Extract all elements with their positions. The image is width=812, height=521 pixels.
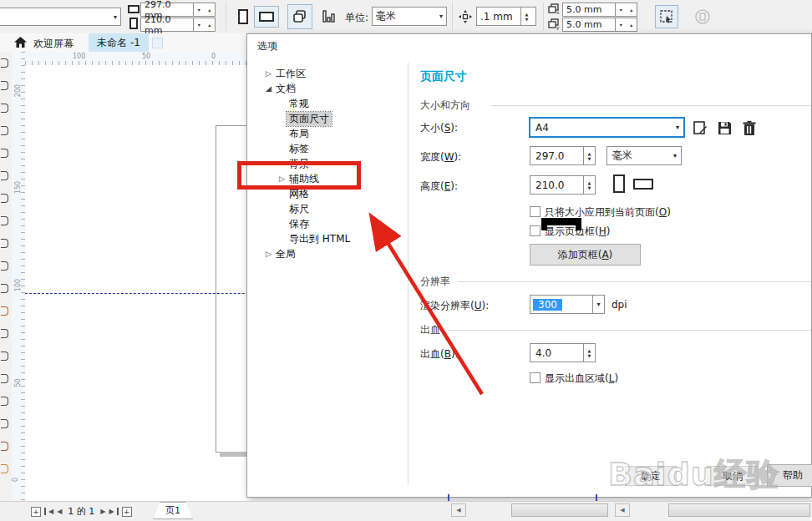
next-page-icon[interactable]: ▶ — [100, 508, 105, 515]
tab-welcome[interactable] — [13, 36, 28, 49]
scroll-left-button[interactable]: ◀ — [451, 503, 466, 517]
tool-icon[interactable] — [1, 104, 8, 113]
bleed-spinner[interactable]: ▲▼ — [583, 344, 595, 362]
tree-item-rulers[interactable]: 标尺 — [289, 201, 309, 216]
tree-item-global[interactable]: ▷ 全局 — [266, 246, 296, 261]
tool-icon[interactable] — [1, 81, 8, 90]
tool-icon[interactable] — [1, 374, 8, 383]
width-field[interactable]: 297.0 ▲▼ — [530, 146, 596, 165]
nudge-distance-field[interactable]: .1 mm ▲▼ — [476, 7, 536, 26]
annotation-arrow — [355, 200, 497, 405]
scroll-left-button-2[interactable]: ◀ — [615, 503, 630, 517]
tool-icon[interactable] — [1, 284, 8, 293]
tool-icon[interactable] — [1, 397, 8, 406]
tool-icon[interactable] — [1, 126, 8, 135]
page-height-value: 210.0 mm — [145, 14, 190, 36]
tree-collapsed-icon[interactable]: ▷ — [266, 69, 272, 78]
page-height-field[interactable]: 210.0 mm — [140, 18, 194, 32]
ok-button[interactable]: 确定 — [625, 466, 677, 486]
tree-item-general[interactable]: 常规 — [289, 96, 309, 111]
group-line — [491, 105, 811, 106]
paper-type-combobox[interactable]: ▾ — [0, 8, 121, 26]
tree-item-label[interactable]: 标签 — [289, 141, 309, 156]
vertical-ruler[interactable]: 200 150 100 50 0 — [12, 52, 26, 501]
units-combobox[interactable]: 毫米 ▾ — [372, 7, 447, 26]
nudge-value: .1 mm — [480, 11, 513, 23]
width-spinner[interactable]: ▲▼ — [583, 147, 595, 164]
page-width-spinner[interactable]: ▾▴ — [194, 3, 216, 17]
tool-icon[interactable] — [1, 58, 8, 68]
group-line — [458, 281, 811, 282]
hruler-label: 0 — [211, 53, 216, 60]
units-value: 毫米 — [376, 9, 396, 23]
treat-as-filled-button[interactable] — [655, 5, 678, 28]
new-tab-icon[interactable] — [152, 38, 163, 48]
tool-icon[interactable] — [1, 171, 8, 180]
tool-icon[interactable] — [1, 261, 8, 271]
add-page-frame-button[interactable]: 添加页框(A) — [530, 244, 641, 266]
show-bleed-label[interactable]: 显示出血区域(L) — [545, 372, 618, 386]
tool-icon[interactable] — [1, 149, 8, 158]
tree-item-export-html[interactable]: 导出到 HTML — [289, 231, 350, 246]
tree-item-page-size[interactable]: 页面尺寸 — [287, 111, 332, 126]
tree-item-workspace[interactable]: ▷ 工作区 — [266, 66, 306, 81]
save-size-button[interactable] — [715, 119, 733, 137]
tab-document-active[interactable]: 未命名 -1 — [89, 33, 149, 52]
scrollbar-thumb-2[interactable] — [668, 503, 810, 517]
bleed-field[interactable]: 4.0 ▲▼ — [530, 343, 596, 362]
tree-expanded-icon[interactable]: ◢ — [266, 84, 272, 93]
guideline-marker — [596, 494, 597, 501]
portrait-toggle[interactable] — [613, 175, 625, 193]
page-height-spinner[interactable]: ▾▴ — [194, 18, 216, 32]
duplicate-x-field[interactable]: 5.0 mm — [562, 3, 616, 17]
add-page-icon[interactable]: + — [122, 507, 132, 517]
add-page-icon[interactable]: + — [31, 507, 41, 517]
tab-welcome-label[interactable]: 欢迎屏幕 — [33, 37, 74, 51]
duplicate-x-spinner[interactable]: ▾▴ — [616, 3, 637, 17]
apply-all-pages-button[interactable] — [287, 4, 312, 29]
tree-item-save[interactable]: 保存 — [289, 216, 309, 231]
tool-icon[interactable] — [1, 216, 8, 225]
show-border-checkbox[interactable] — [530, 225, 540, 236]
width-unit-combobox[interactable]: 毫米 ▾ — [606, 146, 682, 165]
tool-icon[interactable] — [1, 442, 8, 451]
apply-current-page-button[interactable] — [316, 4, 341, 29]
tool-icon[interactable] — [1, 352, 8, 361]
tool-icon[interactable] — [1, 194, 8, 203]
cursor-artifact — [541, 225, 547, 230]
first-page-icon[interactable]: ◀ — [48, 508, 53, 515]
page-tab[interactable]: 页1 — [153, 502, 193, 519]
cancel-button[interactable]: 取消 — [707, 466, 759, 486]
height-spinner[interactable]: ▲▼ — [583, 176, 595, 194]
portrait-orientation-button[interactable] — [234, 6, 252, 28]
delete-size-button[interactable] — [740, 119, 759, 137]
units-label: 单位: — [345, 11, 368, 25]
tool-icon[interactable] — [1, 419, 8, 428]
page-dimensions-icon-2 — [129, 18, 138, 29]
tool-icon[interactable] — [1, 306, 8, 316]
landscape-toggle[interactable] — [633, 179, 653, 190]
duplicate-y-spinner[interactable]: ▾▴ — [616, 18, 637, 32]
dialog-title: 选项 — [257, 39, 277, 53]
tool-icon[interactable] — [1, 464, 8, 473]
page-count-label: 1 的 1 — [68, 505, 94, 518]
resolution-combobox[interactable]: 300 ▾ — [530, 295, 605, 314]
tree-item-layout[interactable]: 布局 — [289, 126, 309, 141]
size-combobox[interactable]: A4 ▾ — [530, 118, 684, 137]
tool-icon[interactable] — [1, 329, 8, 338]
tool-icon[interactable] — [1, 239, 8, 248]
last-page-icon[interactable]: ▶ — [109, 508, 114, 515]
nudge-spinner[interactable]: ▲▼ — [520, 8, 532, 25]
show-bleed-checkbox[interactable] — [530, 372, 540, 383]
help-button[interactable]: 帮助 — [767, 464, 812, 487]
scrollbar-thumb[interactable] — [511, 503, 608, 517]
prev-page-icon[interactable]: ◀ — [57, 508, 62, 515]
tree-item-document[interactable]: ◢ 文档 — [266, 81, 296, 96]
vruler-label: 50 — [14, 378, 22, 387]
height-field[interactable]: 210.0 ▲▼ — [530, 175, 596, 195]
duplicate-y-field[interactable]: 5.0 mm — [562, 18, 616, 32]
get-from-printer-button[interactable] — [691, 119, 709, 137]
apply-current-checkbox[interactable] — [530, 206, 540, 217]
tree-collapsed-icon[interactable]: ▷ — [266, 250, 272, 258]
landscape-orientation-button[interactable] — [254, 6, 279, 28]
